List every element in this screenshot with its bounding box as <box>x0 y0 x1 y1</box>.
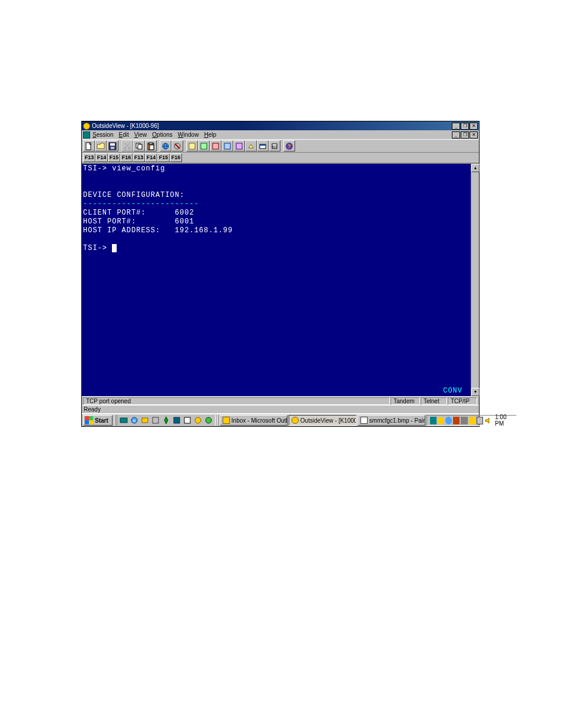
toolbar-btn-7[interactable] <box>257 140 269 151</box>
svg-rect-2 <box>110 143 115 146</box>
task-label: Inbox - Microsoft Outlook <box>232 417 287 424</box>
svg-rect-0 <box>86 143 91 150</box>
toolbar-new-button[interactable] <box>83 140 95 151</box>
toolbar-disconnect-button[interactable] <box>171 140 183 151</box>
svg-text:e: e <box>133 418 136 423</box>
mdi-window-controls: _ ❐ ✕ <box>451 131 478 139</box>
toolbar-btn-3[interactable] <box>210 140 222 151</box>
toolbar-open-button[interactable] <box>95 140 107 151</box>
tray-icon-3[interactable] <box>445 417 452 424</box>
toolbar-btn-8[interactable]: ab <box>269 140 280 151</box>
tray-icon-2[interactable] <box>438 417 444 424</box>
tray-clock[interactable]: 1:00 PM <box>495 414 514 427</box>
status-emulation: Tandem <box>391 397 420 405</box>
ql-app4-icon[interactable] <box>151 416 160 425</box>
menu-edit[interactable]: Edit <box>119 131 129 138</box>
fkey-f15b[interactable]: F15 <box>157 153 170 162</box>
ql-ie-icon[interactable]: e <box>130 416 139 425</box>
menu-bar: Session Edit View Options Window Help _ … <box>82 130 479 139</box>
svg-rect-9 <box>149 143 153 144</box>
toolbar-btn-4[interactable] <box>222 140 233 151</box>
svg-rect-15 <box>201 143 207 149</box>
svg-rect-16 <box>213 143 219 149</box>
fkey-f14b[interactable]: F14 <box>145 153 157 162</box>
windows-taskbar: Start e Inbox - Microsoft Outlook Outsid… <box>82 413 479 426</box>
ql-app6-icon[interactable] <box>172 416 181 425</box>
svg-rect-25 <box>120 418 127 423</box>
task-outlook[interactable]: Inbox - Microsoft Outlook <box>220 415 287 426</box>
outer-titlebar[interactable]: OutsideView - [K1000-96] _ ❐ ✕ <box>82 121 479 130</box>
restore-button[interactable]: ❐ <box>461 123 469 130</box>
tray-volume-icon[interactable] <box>484 417 492 424</box>
menu-options[interactable]: Options <box>152 131 172 138</box>
svg-text:ab: ab <box>272 144 277 149</box>
toolbar-cut-button[interactable] <box>121 140 133 151</box>
term-prompt: TSI-> <box>83 244 117 252</box>
term-row1: CLIENT PORT#: 6002 <box>83 209 194 217</box>
taskbar-grip[interactable] <box>114 415 115 426</box>
fkey-f15a[interactable]: F15 <box>108 153 120 162</box>
tray-icon-7[interactable] <box>477 417 483 424</box>
menu-help[interactable]: Help <box>204 131 216 138</box>
ql-app5-icon[interactable] <box>161 416 171 425</box>
svg-rect-17 <box>224 143 230 149</box>
ql-desktop-icon[interactable] <box>119 416 128 425</box>
start-button[interactable]: Start <box>83 415 113 426</box>
tray-icon-1[interactable] <box>430 417 437 424</box>
fkey-f16b[interactable]: F16 <box>170 153 182 162</box>
ql-app8-icon[interactable] <box>193 416 203 425</box>
toolbar-save-button[interactable] <box>107 140 118 151</box>
svg-point-33 <box>206 417 211 423</box>
toolbar-btn-1[interactable] <box>186 140 198 151</box>
mdi-close-button[interactable]: ✕ <box>470 131 478 139</box>
term-row3: HOST IP ADDRESS: 192.168.1.99 <box>83 226 233 235</box>
toolbar-btn-5[interactable] <box>233 140 245 151</box>
tray-icon-6[interactable] <box>469 417 475 424</box>
menu-session[interactable]: Session <box>92 131 114 138</box>
menu-window[interactable]: Window <box>178 131 199 138</box>
fkey-f13a[interactable]: F13 <box>83 153 95 162</box>
fkey-f16a[interactable]: F16 <box>120 153 133 162</box>
toolbar-btn-6[interactable] <box>245 140 257 151</box>
terminal[interactable]: TSI-> view_config DEVICE CONFIGURATION: … <box>82 164 471 396</box>
term-line-cmd: TSI-> view_config <box>83 164 165 173</box>
paint-icon <box>361 417 368 424</box>
task-outsideview[interactable]: OutsideView - [K1000... <box>289 415 356 426</box>
ql-outlook-icon[interactable] <box>140 416 150 425</box>
outer-window-controls: _ ❐ ✕ <box>451 123 478 130</box>
taskbar-grip-2[interactable] <box>217 415 219 426</box>
ql-app7-icon[interactable] <box>183 416 192 425</box>
scroll-up-button[interactable]: ▴ <box>471 164 480 172</box>
close-button[interactable]: ✕ <box>470 123 478 130</box>
toolbar-connect-button[interactable] <box>160 140 171 151</box>
minimize-button[interactable]: _ <box>452 123 460 130</box>
svg-rect-3 <box>111 147 114 149</box>
tray-icon-5[interactable] <box>461 417 467 424</box>
svg-rect-7 <box>138 144 142 149</box>
tray-icon-4[interactable] <box>453 417 459 424</box>
app-window: OutsideView - [K1000-96] _ ❐ ✕ Session E… <box>81 121 480 427</box>
ready-label: Ready <box>84 406 101 413</box>
menu-view[interactable]: View <box>134 131 147 138</box>
ready-bar: Ready <box>82 405 479 413</box>
toolbar-help-button[interactable]: ? <box>283 140 295 151</box>
mdi-restore-button[interactable]: ❐ <box>461 131 469 139</box>
toolbar-btn-2[interactable] <box>198 140 210 151</box>
scroll-down-button[interactable]: ▾ <box>471 388 480 396</box>
mdi-doc-icon[interactable] <box>83 131 90 139</box>
task-paint[interactable]: smmcfgc1.bmp - Paint <box>358 415 425 426</box>
mdi-minimize-button[interactable]: _ <box>452 131 460 139</box>
toolbar-paste-button[interactable] <box>145 140 157 151</box>
outsideview-icon <box>292 417 299 424</box>
vertical-scrollbar[interactable]: ▴ ▾ <box>471 164 479 396</box>
status-bar: TCP port opened Tandem Telnet TCP/IP <box>82 396 479 405</box>
toolbar: ab ? <box>82 139 479 153</box>
svg-rect-30 <box>174 417 180 423</box>
outlook-icon <box>223 417 230 424</box>
ql-app9-icon[interactable] <box>204 416 213 425</box>
system-tray: 1:00 PM <box>427 415 517 426</box>
toolbar-copy-button[interactable] <box>133 140 145 151</box>
status-message: TCP port opened <box>83 397 390 405</box>
fkey-f14a[interactable]: F14 <box>95 153 108 162</box>
fkey-f13b[interactable]: F13 <box>133 153 145 162</box>
